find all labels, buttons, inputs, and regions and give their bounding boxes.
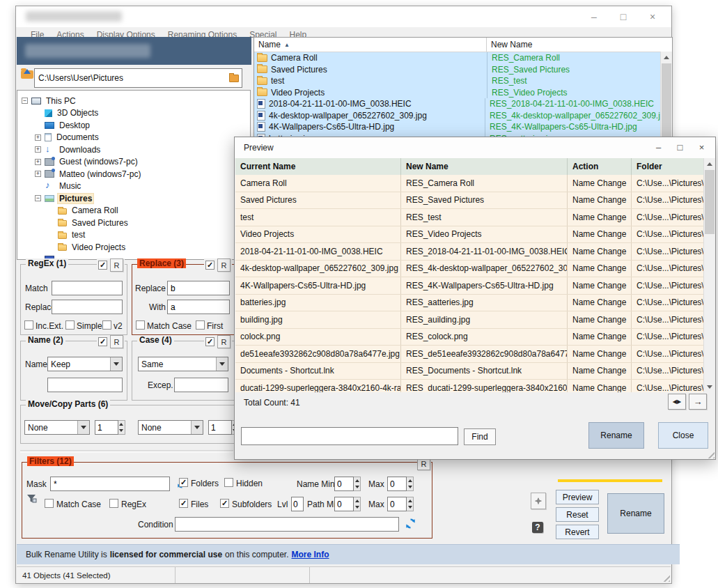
file-row[interactable]: 4K-Wallpapers-Cs65-Ultra-HD.jpgRES_4K-Wa… — [254, 121, 672, 133]
move-copy-dropdown-1[interactable]: None — [24, 420, 90, 435]
close-button[interactable]: × — [638, 9, 667, 24]
filters-path-min-spinner[interactable] — [334, 497, 361, 511]
case-dropdown[interactable]: Same — [138, 357, 228, 371]
filters-name-min-input[interactable] — [334, 477, 354, 491]
file-row[interactable]: Camera RollRES_Camera Roll — [254, 52, 672, 64]
tree-expand-icon[interactable]: + — [35, 134, 41, 141]
dropdown-arrow-icon[interactable] — [216, 357, 228, 371]
tree-item[interactable]: +Matteo (windows7-pc) — [17, 168, 250, 180]
file-row[interactable]: 4k-desktop-wallpaper_065227602_309.jpgRE… — [254, 110, 672, 122]
dropdown-arrow-icon[interactable] — [77, 421, 89, 434]
filters-hidden-checkbox[interactable] — [224, 478, 233, 487]
replace-reset-button[interactable]: R — [217, 258, 231, 272]
move-copy-spinner-1-input[interactable] — [95, 420, 118, 435]
tree-item[interactable]: −This PC — [17, 95, 250, 107]
filters-name-max-spinner[interactable] — [387, 477, 414, 491]
more-info-link[interactable]: More Info — [292, 550, 329, 559]
tree-item[interactable]: +Documents — [17, 132, 250, 144]
case-reset-button[interactable]: R — [217, 335, 231, 348]
help-button[interactable]: ? — [532, 522, 543, 533]
tree-item[interactable]: 3D Objects — [17, 107, 250, 120]
name-reset-button[interactable]: R — [110, 335, 123, 348]
regex-match-input[interactable] — [52, 281, 123, 295]
dialog-maximize-button[interactable]: □ — [669, 139, 691, 155]
dialog-resize-grip[interactable] — [705, 449, 715, 458]
dialog-close-button[interactable]: × — [691, 139, 712, 155]
name-dropdown[interactable]: Keep — [47, 357, 123, 371]
find-button[interactable]: Find — [464, 428, 496, 445]
export-arrow-icon[interactable]: → — [689, 394, 707, 410]
filters-path-min-input[interactable] — [334, 497, 354, 511]
refresh-icon[interactable] — [405, 518, 416, 529]
filters-files-checkbox[interactable] — [179, 499, 188, 508]
spinner-arrows-icon[interactable] — [407, 477, 414, 491]
tree-expand-icon[interactable]: + — [35, 159, 41, 165]
scroll-down-icon[interactable] — [704, 381, 715, 392]
case-excep-input[interactable] — [174, 378, 228, 392]
tree-expand-icon[interactable]: + — [35, 146, 41, 153]
scrollbar-thumb[interactable] — [705, 170, 715, 234]
find-input[interactable] — [241, 427, 458, 445]
spinner-arrows-icon[interactable] — [354, 477, 361, 491]
folder-up-icon[interactable] — [21, 70, 33, 79]
dialog-rename-button[interactable]: Rename — [588, 422, 644, 449]
replace-first-checkbox[interactable] — [196, 320, 205, 330]
regex-enabled-checkbox[interactable] — [98, 261, 107, 270]
scrollbar-thumb[interactable] — [662, 63, 671, 137]
tree-item[interactable]: Camera Roll — [17, 205, 250, 217]
revert-button[interactable]: Revert — [556, 525, 599, 539]
regex-reset-button[interactable]: R — [110, 258, 123, 272]
regex-v2-checkbox[interactable] — [102, 320, 111, 330]
preview-button[interactable]: Preview — [556, 490, 599, 504]
dialog-close-action-button[interactable]: Close — [658, 422, 708, 449]
fit-columns-icon[interactable]: ◀▶ — [668, 394, 686, 410]
filters-match-case-checkbox[interactable] — [45, 499, 54, 508]
filters-path-max-input[interactable] — [387, 497, 407, 511]
spinner-arrows-icon[interactable] — [354, 497, 361, 511]
filters-lvl-input[interactable] — [291, 497, 304, 511]
column-header-name[interactable]: Name ▲ — [254, 38, 487, 52]
move-copy-spinner-1[interactable] — [95, 420, 125, 435]
file-row[interactable]: Video ProjectsRES_Video Projects — [254, 87, 672, 99]
rename-button[interactable]: Rename — [607, 493, 664, 534]
dropdown-arrow-icon[interactable] — [110, 357, 122, 371]
name-text-input[interactable] — [47, 378, 123, 392]
tree-item[interactable]: Saved Pictures — [17, 217, 250, 229]
column-new-name[interactable]: New Name — [401, 158, 568, 175]
maximize-button[interactable]: □ — [609, 9, 638, 24]
replace-match-case-checkbox[interactable] — [136, 320, 145, 330]
dropdown-arrow-icon[interactable] — [191, 421, 203, 434]
move-copy-dropdown-2[interactable]: None — [138, 420, 203, 435]
tree-collapse-icon[interactable]: − — [35, 195, 41, 201]
preview-scrollbar[interactable] — [703, 158, 715, 392]
filters-subfolders-checkbox[interactable] — [220, 499, 229, 508]
dialog-minimize-button[interactable]: – — [648, 139, 669, 155]
tree-item[interactable]: Video Projects — [17, 241, 250, 254]
filters-name-max-input[interactable] — [387, 477, 407, 491]
tree-expand-icon[interactable]: + — [35, 171, 41, 177]
replace-with-input[interactable] — [167, 300, 230, 314]
replace-input[interactable] — [167, 281, 230, 295]
regex-incext-checkbox[interactable] — [24, 320, 33, 330]
tree-item[interactable]: Desktop — [17, 119, 250, 132]
move-copy-spinner-2-input[interactable] — [208, 420, 232, 435]
browse-folder-icon[interactable] — [229, 75, 239, 82]
minimize-button[interactable]: – — [579, 9, 609, 24]
filters-mask-input[interactable] — [50, 477, 170, 491]
column-current-name[interactable]: Current Name — [235, 158, 401, 175]
column-header-new-name[interactable]: New Name — [487, 38, 672, 52]
file-row[interactable]: 2018-04-21-11-01-00-IMG_0038.HEICRES_201… — [254, 98, 672, 110]
tree-collapse-icon[interactable]: − — [22, 98, 28, 104]
file-row[interactable]: testRES_test — [254, 75, 672, 87]
column-folder[interactable]: Folder — [632, 158, 703, 175]
regex-replace-input[interactable] — [52, 300, 123, 314]
expand-panels-button[interactable] — [531, 493, 546, 509]
tree-item[interactable]: Music — [17, 180, 250, 193]
reset-button[interactable]: Reset — [556, 507, 599, 522]
filters-name-min-spinner[interactable] — [334, 477, 361, 491]
filters-path-max-spinner[interactable] — [387, 497, 414, 511]
file-row[interactable]: Saved PicturesRES_Saved Pictures — [254, 64, 672, 76]
tree-item[interactable]: test — [17, 229, 250, 242]
name-enabled-checkbox[interactable] — [98, 337, 107, 346]
case-enabled-checkbox[interactable] — [205, 337, 214, 346]
